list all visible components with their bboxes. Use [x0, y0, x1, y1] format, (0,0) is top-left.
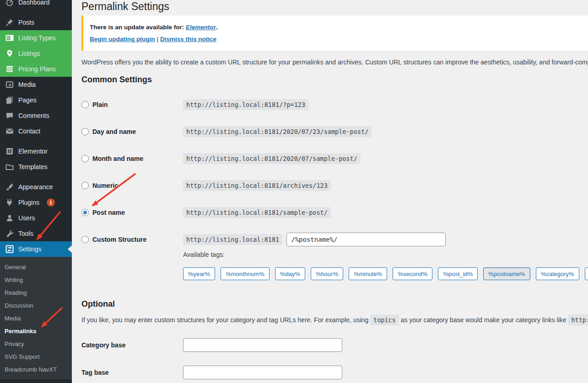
menu-separator: [0, 175, 72, 179]
notice-separator: |: [156, 36, 158, 43]
begin-updating-plugin-link[interactable]: Begin updating plugin: [90, 36, 155, 43]
sliders-icon: [5, 245, 14, 254]
permalink-row-custom-structure: Custom Structure http://listing.local:81…: [81, 226, 588, 253]
sidebar-item-label: Dashboard: [18, 0, 50, 6]
numeric-radio[interactable]: [81, 182, 89, 189]
plain-example-url: http://listing.local:8181/?p=123: [183, 99, 308, 110]
sidebar-item-appearance[interactable]: Appearance: [0, 179, 72, 195]
sidebar-item-label: Users: [18, 214, 35, 222]
tag-author-button[interactable]: %author%: [585, 267, 588, 280]
day-name-radio[interactable]: [81, 128, 89, 135]
tag-day-button[interactable]: %day%: [275, 267, 305, 280]
sidebar-item-pricing-plans[interactable]: Pricing Plans: [0, 61, 72, 77]
day-name-example-url: http://listing.local:8181/2020/07/23/sam…: [183, 126, 372, 137]
submenu-item-label: Discussion: [5, 302, 33, 309]
post-name-radio[interactable]: [81, 209, 89, 216]
tag-base-label: Tag base: [81, 369, 109, 376]
user-icon: [5, 214, 14, 223]
plain-radio[interactable]: [81, 101, 89, 108]
tag-minute-button[interactable]: %minute%: [349, 267, 387, 280]
available-tags-label: Available tags:: [81, 250, 588, 259]
optional-heading: Optional: [81, 299, 588, 309]
submenu-item-general[interactable]: General: [0, 261, 72, 273]
page-title: Permalink Settings: [81, 0, 588, 13]
admin-sidebar: Dashboard Posts Listing Types Listings: [0, 0, 72, 383]
submenu-item-svg-support[interactable]: SVG Support: [0, 350, 72, 363]
update-count-badge: 1: [47, 198, 55, 207]
submenu-item-label: General: [5, 264, 26, 271]
post-name-label[interactable]: Post name: [92, 209, 125, 216]
available-tags-row: %year% %monthnum% %day% %hour% %minute% …: [81, 267, 588, 280]
notice-period: .: [216, 24, 218, 31]
current-menu-arrow: [68, 245, 72, 253]
sidebar-item-label: Pages: [18, 96, 37, 104]
comment-bubble-icon: [5, 112, 14, 120]
tag-category-button[interactable]: %category%: [536, 267, 579, 280]
tag-second-button[interactable]: %second%: [393, 267, 432, 280]
sidebar-item-contact[interactable]: Contact: [0, 123, 72, 139]
day-name-label[interactable]: Day and name: [92, 128, 136, 135]
numeric-label[interactable]: Numeric: [92, 182, 118, 189]
submenu-item-writing[interactable]: Writing: [0, 273, 72, 286]
pushpin-icon: [5, 18, 14, 27]
sidebar-item-plugins[interactable]: Plugins 1: [0, 195, 72, 210]
permalink-row-month-name: Month and name http://listing.local:8181…: [81, 145, 588, 172]
sidebar-item-tools[interactable]: Tools: [0, 226, 72, 241]
sidebar-item-templates[interactable]: Templates: [0, 159, 72, 175]
sidebar-item-elementor[interactable]: Elementor: [0, 144, 72, 159]
sidebar-item-label: Elementor: [18, 148, 48, 155]
tag-post-id-button[interactable]: %post_id%: [438, 267, 478, 280]
location-pin-icon: [5, 49, 14, 58]
sidebar-item-comments[interactable]: Comments: [0, 108, 72, 123]
sidebar-item-label: Tools: [18, 230, 33, 237]
sidebar-item-label: Posts: [18, 19, 34, 26]
dashboard-icon: [5, 0, 14, 7]
submenu-item-reading[interactable]: Reading: [0, 286, 72, 299]
dismiss-notice-link[interactable]: Dismiss this notice: [160, 36, 216, 43]
tag-postname-button[interactable]: %postname%: [483, 267, 530, 280]
sidebar-item-settings[interactable]: Settings: [0, 241, 72, 257]
category-base-label: Category base: [81, 341, 125, 349]
month-name-radio[interactable]: [81, 155, 89, 162]
paintbrush-icon: [5, 183, 14, 192]
elementor-link[interactable]: Elementor: [186, 24, 216, 31]
tag-hour-button[interactable]: %hour%: [311, 267, 343, 280]
sidebar-item-dashboard[interactable]: Dashboard: [0, 0, 72, 10]
month-name-label[interactable]: Month and name: [92, 155, 143, 162]
sidebar-item-pages[interactable]: Pages: [0, 92, 72, 108]
optional-paragraph: If you like, you may enter custom struct…: [81, 315, 588, 325]
tag-year-button[interactable]: %year%: [183, 267, 215, 280]
custom-structure-radio[interactable]: [81, 236, 89, 243]
optional-text-2: as your category base would make your ca…: [399, 316, 568, 324]
post-name-example-url: http://listing.local:8181/sample-post/: [183, 207, 331, 218]
optional-fields: Category base Tag base: [81, 331, 588, 383]
submenu-item-privacy[interactable]: Privacy: [0, 337, 72, 350]
plain-label[interactable]: Plain: [92, 101, 108, 108]
submenu-item-label: Privacy: [5, 340, 24, 347]
plug-icon: [5, 198, 14, 207]
notice-text: There is an update available for:: [90, 24, 186, 31]
sidebar-item-label: Pricing Plans: [18, 65, 56, 73]
sidebar-item-media[interactable]: Media: [0, 77, 72, 92]
submenu-item-breadcrumb-navxt[interactable]: Breadcrumb NavXT: [0, 363, 72, 376]
tag-base-input[interactable]: [183, 366, 342, 379]
sidebar-item-users[interactable]: Users: [0, 210, 72, 226]
category-base-input[interactable]: [183, 338, 342, 352]
sidebar-item-listing-types[interactable]: Listing Types: [0, 30, 72, 46]
sidebar-item-listings[interactable]: Listings: [0, 46, 72, 61]
submenu-item-discussion[interactable]: Discussion: [0, 299, 72, 312]
settings-submenu: General Writing Reading Discussion Media…: [0, 257, 72, 379]
sidebar-item-label: Media: [18, 81, 36, 88]
submenu-item-permalinks[interactable]: Permalinks: [0, 324, 72, 337]
tag-base-row: Tag base: [81, 359, 588, 383]
tag-monthnum-button[interactable]: %monthnum%: [221, 267, 270, 280]
sidebar-item-posts[interactable]: Posts: [0, 15, 72, 30]
submenu-item-media[interactable]: Media: [0, 312, 72, 324]
sidebar-item-label: Plugins: [18, 199, 39, 206]
custom-structure-prefix: http://listing.local:8181: [183, 234, 282, 245]
notice-line-2: Begin updating plugin|Dismiss this notic…: [90, 34, 588, 44]
custom-structure-input[interactable]: [286, 233, 446, 246]
custom-structure-label[interactable]: Custom Structure: [92, 236, 146, 243]
menu-separator: [0, 139, 72, 144]
admin-menu: Dashboard Posts Listing Types Listings: [0, 0, 72, 257]
